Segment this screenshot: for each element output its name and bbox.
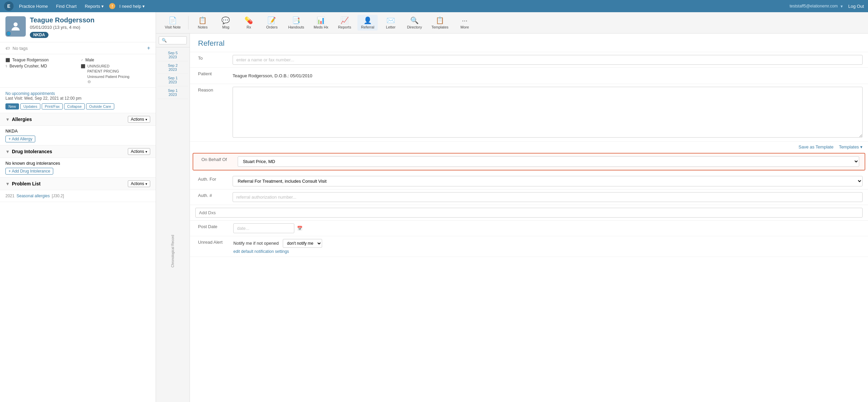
toolbar: 📄 Visit Note 📋 Notes 💬 Msg 💊 Rx 📝 Orders: [156, 12, 868, 34]
upcoming-appointments[interactable]: No upcoming appointments: [5, 91, 150, 96]
template-row: Save as Template Templates: [190, 142, 868, 152]
gender-icon: ♂: [81, 58, 83, 62]
nav-practice-home[interactable]: Practice Home: [16, 2, 51, 10]
top-nav: E Practice Home Find Chart Reports ! I n…: [0, 0, 868, 12]
to-input[interactable]: [233, 55, 863, 65]
nav-help[interactable]: I need help ▾: [119, 4, 145, 9]
toolbar-directory[interactable]: 🔍 Directory: [403, 15, 425, 31]
toolbar-visit-note[interactable]: 📄 Visit Note: [161, 15, 184, 31]
add-drug-intolerance-button[interactable]: + Add Drug Intolerance: [5, 168, 53, 175]
add-tag-button[interactable]: +: [147, 45, 150, 51]
profile-collapse-button[interactable]: Collapse: [64, 103, 85, 109]
to-label: To: [190, 52, 227, 68]
logo[interactable]: E: [4, 1, 14, 11]
chron-date-4: Sep 1: [159, 88, 187, 93]
right-content: 📄 Visit Note 📋 Notes 💬 Msg 💊 Rx 📝 Orders: [156, 12, 868, 402]
toolbar-notes[interactable]: 📋 Notes: [193, 15, 213, 31]
insurance-minus[interactable]: ⊖: [87, 79, 91, 84]
calendar-icon[interactable]: 📅: [297, 226, 302, 231]
profile-outside-care-button[interactable]: Outside Care: [86, 103, 114, 109]
patient-header: 🌐 Teague Rodgersson 05/01/2010 (13 yrs, …: [0, 12, 156, 42]
patient-name-icon: ⬛: [5, 58, 10, 62]
chron-search-input[interactable]: [159, 36, 187, 44]
chron-label: Chronological Record: [170, 217, 175, 285]
on-behalf-row: On Behalf Of Stuart Price, MD: [193, 154, 865, 170]
letter-label: Letter: [386, 25, 395, 29]
templates-button[interactable]: Templates: [839, 144, 863, 149]
auth-for-row: Auth. For Referral For Treatment, includ…: [190, 173, 868, 189]
globe-icon: 🌐: [6, 31, 11, 36]
auth-num-input[interactable]: [233, 192, 863, 202]
on-behalf-field: Stuart Price, MD: [232, 154, 865, 170]
profile-printfax-button[interactable]: Print/Fax: [42, 103, 63, 109]
problem-list-actions-button[interactable]: Actions: [128, 180, 150, 187]
templates-icon: 📋: [436, 16, 444, 24]
patient-gender: Male: [85, 58, 94, 62]
chron-entry-4[interactable]: Sep 1 2023: [157, 86, 188, 99]
patient-dob: 05/01/2010 (13 yrs, 4 mo): [30, 25, 95, 30]
msg-icon: 💬: [221, 16, 230, 24]
add-dxs-input[interactable]: [195, 208, 863, 218]
edit-notification-link[interactable]: edit default notification settings: [233, 249, 863, 254]
drug-intolerances-content: No known drug intolerances + Add Drug In…: [0, 158, 156, 178]
user-email[interactable]: teststaff5@elationemr.com: [790, 4, 838, 8]
reason-textarea[interactable]: [233, 87, 863, 138]
post-date-field: 📅: [228, 221, 868, 236]
allergies-content: NKDA + Add Allergy: [0, 126, 156, 145]
nav-reports[interactable]: Reports: [82, 2, 106, 10]
profile-updates-button[interactable]: Updates: [20, 103, 40, 109]
drug-intolerances-actions-button[interactable]: Actions: [128, 148, 150, 155]
auth-for-select[interactable]: Referral For Treatment, includes Consult…: [233, 176, 863, 186]
chron-sidebar: Sep 5 2023 Sep 2 2023 Sep 1 2023 Sep 1 2…: [156, 34, 190, 402]
toolbar-handouts[interactable]: 📑 Handouts: [285, 15, 308, 31]
problem-list-toggle[interactable]: ▼: [5, 181, 10, 186]
auth-num-label: Auth. #: [190, 189, 227, 205]
drug-intolerances-title: Drug Intolerances: [12, 149, 128, 154]
toolbar-letter[interactable]: ✉️ Letter: [380, 15, 401, 31]
post-date-input[interactable]: [233, 223, 294, 233]
problem-list-header: ▼ Problem List Actions: [0, 178, 156, 190]
chron-entry-3[interactable]: Sep 1 2023: [157, 74, 188, 86]
reason-field: [227, 84, 868, 142]
add-allergy-button[interactable]: + Add Allergy: [5, 136, 35, 142]
toolbar-rx[interactable]: 💊 Rx: [239, 15, 259, 31]
profile-new-button[interactable]: New: [5, 103, 19, 109]
rx-icon: 💊: [244, 16, 253, 24]
drug-intolerances-toggle[interactable]: ▼: [5, 149, 10, 154]
toolbar-more[interactable]: ··· More: [455, 15, 475, 31]
allergies-toggle[interactable]: ▼: [5, 117, 10, 122]
last-visit: Last Visit: Wed, Sep 22, 2021 at 12:00 p…: [5, 96, 150, 101]
auth-table: Auth. For Referral For Treatment, includ…: [190, 173, 868, 205]
auth-for-label: Auth. For: [190, 173, 227, 189]
chron-year-1: 2023: [159, 55, 187, 59]
chron-entry-1[interactable]: Sep 5 2023: [157, 49, 188, 61]
allergies-actions-button[interactable]: Actions: [128, 116, 150, 123]
toolbar-templates[interactable]: 📋 Templates: [428, 15, 452, 31]
nav-find-chart[interactable]: Find Chart: [53, 2, 79, 10]
on-behalf-select[interactable]: Stuart Price, MD: [238, 156, 859, 167]
problem-year: 2021: [5, 194, 15, 198]
notify-label: Notify me if not opened: [233, 241, 279, 246]
toolbar-reports[interactable]: 📈 Reports: [334, 15, 355, 31]
chron-date-2: Sep 2: [159, 63, 187, 67]
reports-icon: 📈: [340, 16, 349, 24]
problem-name[interactable]: Seasonal allergies: [17, 194, 50, 198]
tags-label: No tags: [13, 46, 28, 51]
patient-name: Teague Rodgersson: [30, 16, 95, 24]
patient-label: Patient: [190, 68, 227, 84]
toolbar-referral[interactable]: 👤 Referral: [357, 15, 378, 31]
toolbar-meds-hx[interactable]: 📊 Meds Hx: [310, 15, 332, 31]
logout-button[interactable]: Log Out: [848, 4, 864, 9]
toolbar-msg[interactable]: 💬 Msg: [216, 15, 236, 31]
notes-icon: 📋: [198, 16, 207, 24]
dont-notify-select[interactable]: don't notify me: [283, 239, 322, 248]
appointments-section: No upcoming appointments Last Visit: Wed…: [0, 88, 156, 113]
toolbar-orders[interactable]: 📝 Orders: [262, 15, 282, 31]
referral-icon: 👤: [363, 16, 372, 24]
auth-for-field: Referral For Treatment, includes Consult…: [227, 173, 868, 189]
main-layout: 🌐 Teague Rodgersson 05/01/2010 (13 yrs, …: [0, 12, 868, 402]
save-as-template-button[interactable]: Save as Template: [798, 144, 833, 149]
svg-point-0: [14, 22, 18, 26]
allergies-value: NKDA: [5, 128, 150, 134]
chron-entry-2[interactable]: Sep 2 2023: [157, 61, 188, 74]
